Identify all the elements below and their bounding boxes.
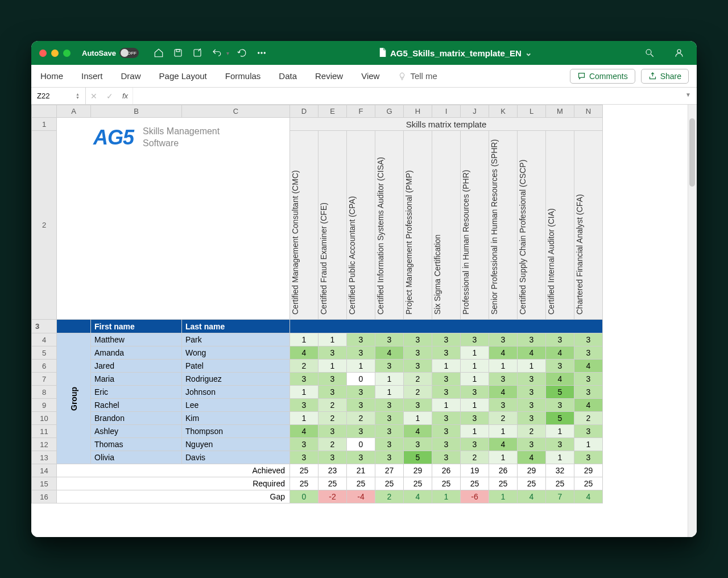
row-header[interactable]: 14 — [32, 464, 57, 477]
skill-value-cell[interactable]: 1 — [347, 360, 375, 373]
summary-value-cell[interactable]: -6 — [461, 490, 489, 503]
last-name-cell[interactable]: Thompson — [182, 425, 290, 438]
skill-value-cell[interactable]: 3 — [318, 386, 347, 399]
last-name-cell[interactable]: Wong — [182, 346, 290, 360]
skill-value-cell[interactable]: 3 — [432, 425, 461, 438]
skill-value-cell[interactable]: 1 — [461, 425, 489, 438]
skill-value-cell[interactable]: 3 — [290, 451, 318, 464]
skill-value-cell[interactable]: 3 — [404, 438, 432, 451]
summary-value-cell[interactable]: 2 — [375, 490, 404, 503]
summary-value-cell[interactable]: 4 — [574, 490, 603, 503]
summary-value-cell[interactable]: 25 — [461, 477, 489, 490]
skill-value-cell[interactable]: 4 — [404, 425, 432, 438]
skill-value-cell[interactable]: 4 — [518, 451, 546, 464]
summary-value-cell[interactable]: -4 — [347, 490, 375, 503]
skill-value-cell[interactable]: 3 — [375, 451, 404, 464]
skill-value-cell[interactable]: 3 — [489, 399, 518, 412]
skill-value-cell[interactable]: 3 — [347, 425, 375, 438]
first-name-cell[interactable]: Olivia — [91, 451, 182, 464]
name-box-spinner[interactable]: ▲▼ — [76, 93, 80, 100]
name-box[interactable]: Z22 ▲▼ — [31, 88, 86, 104]
last-name-cell[interactable]: Nguyen — [182, 438, 290, 451]
formula-input[interactable]: ▼ — [133, 88, 697, 104]
first-name-cell[interactable]: Maria — [91, 373, 182, 386]
undo-chevron-icon[interactable]: ▾ — [226, 50, 229, 56]
skill-value-cell[interactable]: 3 — [318, 373, 347, 386]
skill-value-cell[interactable]: 4 — [546, 346, 574, 360]
expand-formula-icon[interactable]: ▼ — [685, 92, 691, 98]
skill-value-cell[interactable]: 4 — [489, 346, 518, 360]
column-header[interactable]: F — [347, 105, 375, 118]
skill-value-cell[interactable]: 3 — [290, 373, 318, 386]
skill-value-cell[interactable]: 3 — [461, 412, 489, 425]
skill-value-cell[interactable]: 3 — [489, 373, 518, 386]
skill-value-cell[interactable]: 3 — [432, 438, 461, 451]
summary-value-cell[interactable]: 26 — [489, 464, 518, 477]
skill-value-cell[interactable]: 1 — [290, 412, 318, 425]
summary-value-cell[interactable]: 29 — [404, 464, 432, 477]
skill-value-cell[interactable]: 1 — [461, 399, 489, 412]
skill-value-cell[interactable]: 5 — [546, 386, 574, 399]
skill-value-cell[interactable]: 2 — [461, 451, 489, 464]
maximize-window-button[interactable] — [63, 49, 71, 57]
minimize-window-button[interactable] — [51, 49, 59, 57]
skill-value-cell[interactable]: 5 — [546, 412, 574, 425]
summary-value-cell[interactable]: 23 — [318, 464, 347, 477]
skill-value-cell[interactable]: 3 — [546, 360, 574, 373]
last-name-cell[interactable]: Park — [182, 333, 290, 346]
summary-value-cell[interactable]: 1 — [432, 490, 461, 503]
skill-value-cell[interactable]: 3 — [461, 386, 489, 399]
skill-value-cell[interactable]: 1 — [574, 438, 603, 451]
column-header[interactable]: N — [574, 105, 603, 118]
skill-value-cell[interactable]: 1 — [518, 360, 546, 373]
skill-value-cell[interactable]: 3 — [375, 399, 404, 412]
skill-value-cell[interactable]: 3 — [574, 386, 603, 399]
summary-value-cell[interactable]: 25 — [404, 477, 432, 490]
skill-value-cell[interactable]: 1 — [489, 360, 518, 373]
skill-value-cell[interactable]: 3 — [574, 333, 603, 346]
skill-value-cell[interactable]: 1 — [489, 451, 518, 464]
row-header[interactable]: 15 — [32, 477, 57, 490]
skill-value-cell[interactable]: 3 — [546, 333, 574, 346]
skill-value-cell[interactable]: 3 — [432, 412, 461, 425]
column-header[interactable]: B — [91, 105, 182, 118]
skill-value-cell[interactable]: 1 — [290, 386, 318, 399]
row-header[interactable]: 16 — [32, 490, 57, 503]
summary-value-cell[interactable]: 25 — [375, 477, 404, 490]
row-header[interactable]: 1 — [32, 118, 57, 131]
close-window-button[interactable] — [39, 49, 47, 57]
skill-value-cell[interactable]: 1 — [461, 360, 489, 373]
skill-value-cell[interactable]: 2 — [518, 425, 546, 438]
skill-value-cell[interactable]: 0 — [347, 438, 375, 451]
summary-value-cell[interactable]: 25 — [489, 477, 518, 490]
skill-value-cell[interactable]: 1 — [432, 399, 461, 412]
skill-value-cell[interactable]: 2 — [318, 412, 347, 425]
skill-value-cell[interactable]: 1 — [375, 373, 404, 386]
skill-value-cell[interactable]: 0 — [347, 373, 375, 386]
summary-value-cell[interactable]: 1 — [489, 490, 518, 503]
summary-value-cell[interactable]: 21 — [347, 464, 375, 477]
last-name-cell[interactable]: Patel — [182, 360, 290, 373]
skill-value-cell[interactable]: 3 — [404, 399, 432, 412]
row-header[interactable]: 4 — [32, 333, 57, 346]
first-name-cell[interactable]: Amanda — [91, 346, 182, 360]
tell-me-search[interactable]: Tell me — [388, 71, 446, 81]
skill-value-cell[interactable]: 1 — [461, 346, 489, 360]
column-header[interactable]: K — [489, 105, 518, 118]
first-name-cell[interactable]: Brandon — [91, 412, 182, 425]
ribbon-tab-home[interactable]: Home — [39, 71, 72, 81]
ribbon-tab-draw[interactable]: Draw — [112, 71, 150, 81]
skill-value-cell[interactable]: 3 — [404, 333, 432, 346]
summary-value-cell[interactable]: 25 — [518, 477, 546, 490]
skill-value-cell[interactable]: 1 — [404, 412, 432, 425]
skill-value-cell[interactable]: 3 — [290, 399, 318, 412]
ribbon-tab-insert[interactable]: Insert — [72, 71, 112, 81]
skill-value-cell[interactable]: 1 — [461, 373, 489, 386]
summary-value-cell[interactable]: 26 — [432, 464, 461, 477]
skill-value-cell[interactable]: 3 — [432, 451, 461, 464]
autosave-control[interactable]: AutoSave OFF — [82, 48, 139, 58]
skill-value-cell[interactable]: 4 — [518, 346, 546, 360]
skill-value-cell[interactable]: 1 — [375, 386, 404, 399]
scrollbar-thumb[interactable] — [689, 118, 695, 187]
skill-value-cell[interactable]: 4 — [574, 399, 603, 412]
